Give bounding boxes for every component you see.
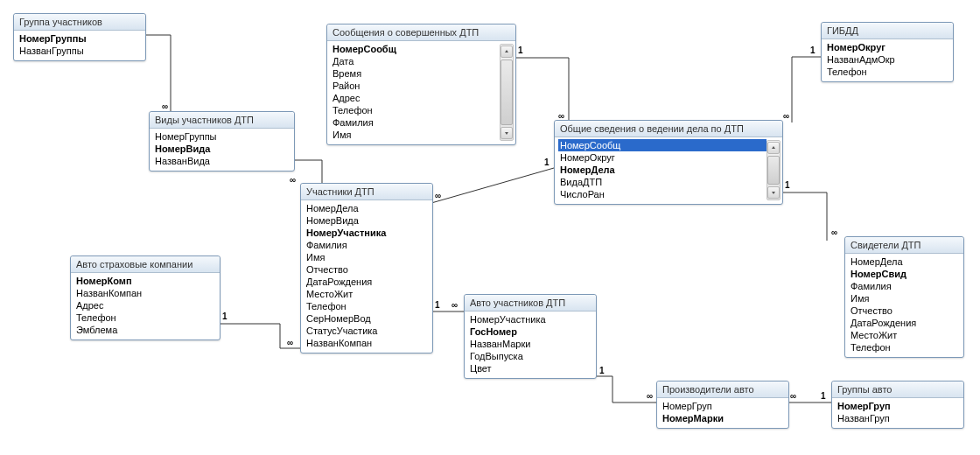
table-insurance[interactable]: Авто страховые компанииНомерКомпНазванКо… [70,256,220,340]
field-messages-0[interactable]: НомерСообщ [331,43,500,55]
field-autogroups-1[interactable]: НазванГруп [836,412,960,424]
table-gibdd[interactable]: ГИБДДНомерОкругНазванАдмОкрТелефон [821,22,954,82]
card-many: ∞ [290,175,296,185]
card-many: ∞ [287,338,293,347]
table-group[interactable]: Группа участниковНомерГруппыНазванГруппы [13,13,146,61]
field-witness-0[interactable]: НомерДела [849,256,960,268]
table-title[interactable]: Авто участников ДТП [465,295,596,312]
field-kinds-1[interactable]: НомерВида [153,143,290,155]
scrollbar[interactable] [500,44,514,141]
scroll-thumb[interactable] [767,156,780,185]
field-insurance-2[interactable]: Адрес [74,299,216,312]
field-witness-6[interactable]: МестоЖит [849,329,960,341]
field-messages-7[interactable]: Имя [331,129,500,141]
table-body: НомерГруппыНомерВидаНазванВида [150,129,294,171]
table-body: НомерКомпНазванКомпанАдресТелефонЭмблема [71,273,220,340]
field-messages-2[interactable]: Время [331,67,500,80]
field-case-1[interactable]: НомерОкруг [558,151,766,164]
field-messages-1[interactable]: Дата [331,55,500,67]
field-witness-7[interactable]: Телефон [849,341,960,354]
field-kinds-2[interactable]: НазванВида [153,155,290,167]
table-title[interactable]: Виды участников ДТП [150,112,294,129]
field-case-2[interactable]: НомерДела [558,164,766,176]
field-insurance-3[interactable]: Телефон [74,312,216,324]
scroll-down-icon[interactable] [767,186,780,199]
table-makers[interactable]: Производители автоНомерГрупНомерМарки [656,381,789,429]
field-messages-4[interactable]: Адрес [331,92,500,104]
table-title[interactable]: Участники ДТП [301,184,432,200]
table-title[interactable]: Производители авто [657,382,788,398]
table-title[interactable]: Группа участников [14,14,145,31]
field-case-0[interactable]: НомерСообщ [558,139,766,151]
field-case-4[interactable]: ЧислоРан [558,188,766,200]
field-makers-0[interactable]: НомерГруп [661,400,785,412]
field-makers-1[interactable]: НомерМарки [661,412,785,424]
field-participants-11[interactable]: НазванКомпан [304,337,429,349]
field-case-3[interactable]: ВидаДТП [558,176,766,188]
table-body: НомерДелаНомерСвидФамилияИмяОтчествоДата… [845,254,963,357]
field-witness-3[interactable]: Имя [849,292,960,304]
scroll-down-icon[interactable] [500,127,513,139]
table-title[interactable]: Группы авто [832,382,963,398]
table-body: НомерСообщДатаВремяРайонАдресТелефонФами… [327,41,515,144]
table-messages[interactable]: Сообщения о совершенных ДТПНомерСообщДат… [326,24,516,145]
card-one: 1 [518,46,523,55]
card-one: 1 [810,46,816,55]
card-many: ∞ [790,391,796,401]
field-gibdd-0[interactable]: НомерОкруг [825,41,949,53]
field-auto_part-2[interactable]: НазванМарки [468,338,592,350]
field-messages-6[interactable]: Фамилия [331,116,500,129]
table-title[interactable]: Авто страховые компании [71,256,220,273]
scroll-up-icon[interactable] [500,46,513,58]
field-participants-9[interactable]: СерНомерВод [304,312,429,325]
field-messages-5[interactable]: Телефон [331,104,500,116]
field-participants-3[interactable]: Фамилия [304,239,429,251]
table-kinds[interactable]: Виды участников ДТПНомерГруппыНомерВидаН… [149,111,295,172]
table-case[interactable]: Общие сведения о ведении дела по ДТПНоме… [554,120,783,205]
table-title[interactable]: ГИБДД [822,23,953,39]
field-insurance-0[interactable]: НомерКомп [74,275,216,287]
field-participants-10[interactable]: СтатусУчастика [304,325,429,337]
table-auto_part[interactable]: Авто участников ДТПНомерУчастникаГосНоме… [464,294,597,379]
field-autogroups-0[interactable]: НомерГруп [836,400,960,412]
field-participants-2[interactable]: НомерУчастника [304,227,429,239]
table-body: НомерГрупНомерМарки [657,398,788,428]
field-participants-0[interactable]: НомерДела [304,202,429,214]
table-title[interactable]: Сообщения о совершенных ДТП [327,24,515,41]
field-witness-4[interactable]: Отчество [849,304,960,317]
field-participants-7[interactable]: МестоЖит [304,288,429,300]
field-auto_part-4[interactable]: Цвет [468,362,592,374]
svg-line-0 [431,168,554,203]
field-witness-5[interactable]: ДатаРождения [849,317,960,329]
field-auto_part-1[interactable]: ГосНомер [468,326,592,338]
field-participants-6[interactable]: ДатаРождения [304,276,429,288]
table-participants[interactable]: Участники ДТПНомерДелаНомерВидаНомерУчас… [300,183,433,354]
card-many: ∞ [162,102,168,111]
field-auto_part-3[interactable]: ГодВыпуска [468,350,592,362]
field-participants-1[interactable]: НомерВида [304,214,429,227]
table-title[interactable]: Свидетели ДТП [845,237,963,254]
field-kinds-0[interactable]: НомерГруппы [153,130,290,143]
scroll-up-icon[interactable] [767,142,780,154]
card-many: ∞ [452,300,458,310]
scrollbar[interactable] [766,140,780,200]
field-gibdd-2[interactable]: Телефон [825,66,949,78]
card-one: 1 [599,366,605,375]
field-auto_part-0[interactable]: НомерУчастника [468,313,592,326]
table-body: НомерГруппыНазванГруппы [14,31,145,60]
table-title[interactable]: Общие сведения о ведении дела по ДТП [555,121,782,137]
field-group-1[interactable]: НазванГруппы [18,45,142,57]
field-insurance-1[interactable]: НазванКомпан [74,287,216,299]
field-witness-2[interactable]: Фамилия [849,280,960,292]
table-witness[interactable]: Свидетели ДТПНомерДелаНомерСвидФамилияИм… [844,236,964,358]
field-insurance-4[interactable]: Эмблема [74,324,216,336]
field-messages-3[interactable]: Район [331,80,500,92]
field-participants-5[interactable]: Отчество [304,263,429,276]
scroll-thumb[interactable] [500,60,513,125]
field-gibdd-1[interactable]: НазванАдмОкр [825,53,949,66]
field-group-0[interactable]: НомерГруппы [18,32,142,45]
table-autogroups[interactable]: Группы автоНомерГрупНазванГруп [831,381,964,429]
field-witness-1[interactable]: НомерСвид [849,268,960,280]
field-participants-4[interactable]: Имя [304,251,429,263]
field-participants-8[interactable]: Телефон [304,300,429,312]
